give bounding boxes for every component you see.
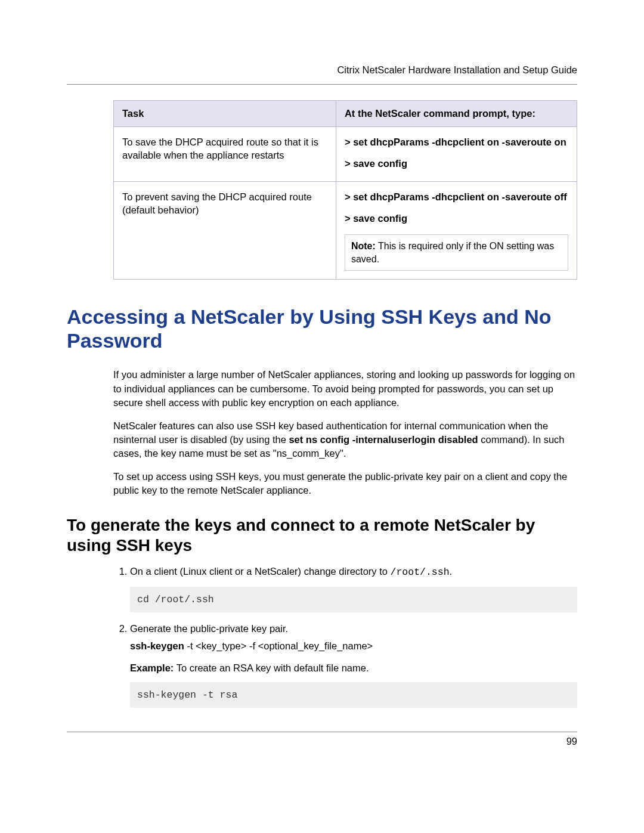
- ordered-steps: On a client (Linux client or a NetScaler…: [113, 565, 577, 708]
- code-block: cd /root/.ssh: [130, 587, 577, 612]
- paragraph: To set up access using SSH keys, you mus…: [113, 470, 577, 497]
- command-table: Task At the NetScaler command prompt, ty…: [113, 100, 577, 280]
- example-label: Example:: [130, 662, 174, 673]
- page-number: 99: [67, 736, 577, 747]
- task-cell: To save the DHCP acquired route so that …: [114, 127, 336, 182]
- note-text: This is required only if the ON setting …: [351, 241, 554, 264]
- document-page: Citrix NetScaler Hardware Installation a…: [0, 0, 644, 833]
- paragraph: NetScaler features can also use SSH key …: [113, 419, 577, 460]
- table-row: To prevent saving the DHCP acquired rout…: [114, 181, 577, 280]
- inline-code: /root/.ssh: [391, 566, 450, 578]
- task-cell: To prevent saving the DHCP acquired rout…: [114, 181, 336, 280]
- footer-rule: [67, 732, 577, 732]
- section-body: If you administer a large number of NetS…: [113, 368, 577, 497]
- table-header-prompt: At the NetScaler command prompt, type:: [336, 101, 577, 127]
- table-row: To save the DHCP acquired route so that …: [114, 127, 577, 182]
- command-args: -t <key_type> -f <optional_key_file_name…: [184, 640, 373, 651]
- step-text: .: [450, 566, 453, 577]
- command-cell: > set dhcpParams -dhcpclient on -saverou…: [336, 127, 577, 182]
- table-wrapper: Task At the NetScaler command prompt, ty…: [113, 100, 577, 280]
- command-line: > set dhcpParams -dhcpclient on -saverou…: [345, 135, 568, 148]
- note-label: Note:: [351, 241, 376, 251]
- running-header: Citrix NetScaler Hardware Installation a…: [67, 64, 577, 76]
- inline-command: set ns config -internaluserlogin disable…: [289, 434, 478, 445]
- steps-wrapper: On a client (Linux client or a NetScaler…: [113, 565, 577, 708]
- step-command: ssh-keygen -t <key_type> -f <optional_ke…: [130, 639, 577, 653]
- command-line: > save config: [345, 157, 568, 170]
- step-item: Generate the public-private key pair. ss…: [130, 622, 577, 708]
- command-line: > set dhcpParams -dhcpclient on -saverou…: [345, 190, 568, 203]
- subsection-heading: To generate the keys and connect to a re…: [67, 515, 577, 555]
- step-item: On a client (Linux client or a NetScaler…: [130, 565, 577, 612]
- section-heading: Accessing a NetScaler by Using SSH Keys …: [67, 305, 577, 352]
- step-example: Example: To create an RSA key with defau…: [130, 661, 577, 675]
- note-box: Note: This is required only if the ON se…: [345, 234, 568, 271]
- command-cell: > set dhcpParams -dhcpclient on -saverou…: [336, 181, 577, 280]
- example-text: To create an RSA key with default file n…: [174, 662, 369, 673]
- header-rule: [67, 84, 577, 85]
- code-block: ssh-keygen -t rsa: [130, 682, 577, 708]
- paragraph: If you administer a large number of NetS…: [113, 368, 577, 409]
- step-text: Generate the public-private key pair.: [130, 623, 288, 634]
- command-line: > save config: [345, 212, 568, 225]
- table-header-task: Task: [114, 101, 336, 127]
- step-text: On a client (Linux client or a NetScaler…: [130, 566, 391, 577]
- command-name: ssh-keygen: [130, 640, 184, 651]
